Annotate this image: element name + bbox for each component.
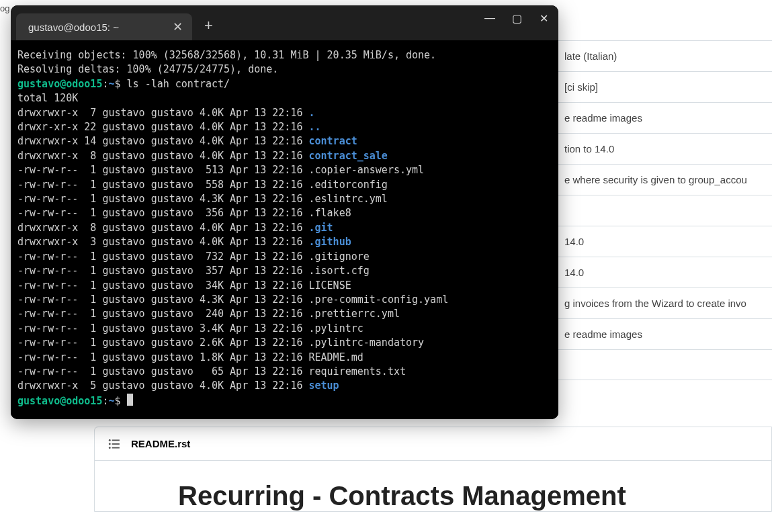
maximize-icon[interactable]: ▢	[510, 12, 523, 25]
window-controls: — ▢ ✕	[483, 12, 550, 25]
svg-point-2	[109, 443, 111, 445]
svg-point-0	[109, 439, 111, 441]
terminal-tab[interactable]: gustavo@odoo15: ~ ✕	[16, 13, 192, 40]
readme-filename[interactable]: README.rst	[131, 438, 190, 449]
terminal-tab-title: gustavo@odoo15: ~	[28, 21, 119, 33]
readme-header-bar: README.rst	[95, 427, 771, 461]
svg-rect-1	[112, 439, 120, 441]
readme-panel: README.rst Recurring - Contracts Managem…	[94, 427, 772, 512]
minimize-icon[interactable]: —	[483, 12, 497, 25]
svg-rect-5	[112, 447, 120, 448]
close-icon[interactable]: ✕	[173, 21, 183, 33]
toc-icon[interactable]	[108, 438, 120, 450]
bg-fragment-text: og	[0, 3, 9, 13]
svg-point-4	[109, 447, 111, 449]
svg-rect-3	[112, 443, 120, 445]
new-tab-button[interactable]: +	[204, 17, 213, 34]
readme-body: Recurring - Contracts Management	[95, 461, 771, 511]
terminal-window[interactable]: gustavo@odoo15: ~ ✕ + — ▢ ✕ Receiving ob…	[11, 5, 558, 419]
terminal-titlebar[interactable]: gustavo@odoo15: ~ ✕ + — ▢ ✕	[11, 5, 558, 40]
terminal-output[interactable]: Receiving objects: 100% (32568/32568), 1…	[11, 40, 558, 419]
window-close-icon[interactable]: ✕	[537, 12, 550, 25]
readme-title: Recurring - Contracts Management	[178, 481, 771, 511]
